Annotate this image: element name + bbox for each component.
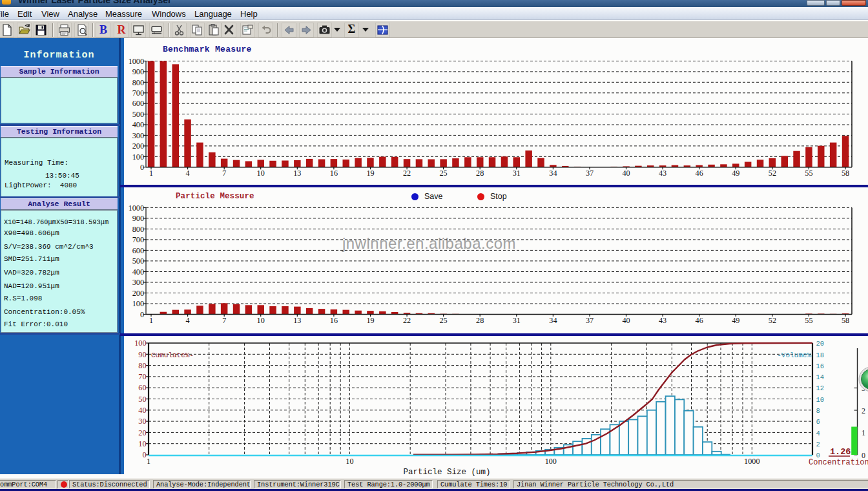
svg-text:1000: 1000 [129,57,144,66]
svg-text:10: 10 [346,457,353,466]
svg-text:55: 55 [805,169,812,178]
svg-text:Cumulate%-: Cumulate%- [151,351,194,359]
svg-text:900: 900 [132,67,144,76]
svg-text:400: 400 [132,120,144,129]
svg-text:0: 0 [142,450,146,459]
svg-text:2: 2 [816,441,820,448]
svg-text:30: 30 [138,417,146,426]
svg-text:20: 20 [138,428,146,437]
svg-text:28: 28 [476,316,484,325]
svg-text:70: 70 [138,372,146,381]
svg-text:8: 8 [816,407,820,415]
svg-text:22: 22 [403,169,411,178]
svg-text:16: 16 [816,362,825,370]
svg-text:52: 52 [769,169,776,178]
svg-text:700: 700 [132,235,144,244]
svg-text:7: 7 [222,169,226,178]
svg-text:31: 31 [513,316,521,325]
svg-text:25: 25 [440,316,448,325]
svg-text:600: 600 [132,99,144,108]
svg-text:500: 500 [132,110,144,119]
svg-text:18: 18 [816,351,825,359]
svg-text:58: 58 [842,316,849,325]
svg-text:10: 10 [816,396,825,404]
svg-text:50: 50 [138,395,146,404]
svg-text:43: 43 [659,169,666,178]
svg-text:0: 0 [140,163,144,172]
svg-text:1: 1 [147,457,150,466]
svg-text:60: 60 [138,383,146,392]
svg-text:6: 6 [816,418,820,426]
svg-text:49: 49 [732,316,739,325]
svg-text:-Volume%: -Volume% [777,351,811,359]
svg-text:1: 1 [149,316,153,325]
svg-text:4: 4 [816,430,820,437]
svg-text:19: 19 [366,169,374,178]
svg-text:1000: 1000 [744,457,760,466]
svg-text:100: 100 [132,152,144,162]
svg-text:90: 90 [138,350,146,359]
svg-text:1.26: 1.26 [830,447,851,457]
svg-text:10: 10 [257,316,265,325]
svg-text:600: 600 [132,246,144,255]
svg-text:25: 25 [440,169,448,178]
svg-text:40: 40 [138,406,146,415]
svg-text:28: 28 [476,169,484,178]
svg-text:34: 34 [549,169,557,178]
svg-text:10: 10 [257,169,265,178]
svg-text:20: 20 [816,340,825,348]
svg-text:800: 800 [132,225,144,234]
svg-text:13: 13 [293,316,301,325]
svg-text:200: 200 [132,289,144,298]
svg-text:2: 2 [862,406,865,415]
svg-text:10: 10 [138,439,146,448]
svg-text:400: 400 [132,267,144,277]
svg-text:14: 14 [816,373,825,381]
svg-text:1: 1 [862,428,865,437]
svg-text:Particle Size (um): Particle Size (um) [403,468,490,477]
svg-text:0: 0 [140,310,144,319]
svg-text:200: 200 [132,141,144,151]
svg-text:46: 46 [696,169,703,178]
svg-text:300: 300 [132,278,144,287]
svg-text:12: 12 [816,384,825,392]
svg-text:4: 4 [186,169,190,178]
svg-text:22: 22 [403,316,411,325]
svg-text:16: 16 [330,316,338,325]
svg-text:40: 40 [622,169,630,178]
svg-text:31: 31 [513,169,521,178]
svg-text:49: 49 [732,169,739,178]
svg-text:Concentration: Concentration [809,458,868,467]
svg-text:80: 80 [138,361,146,370]
svg-text:43: 43 [659,316,666,325]
svg-text:300: 300 [132,131,144,140]
svg-text:100: 100 [545,457,557,466]
svg-text:19: 19 [366,316,374,325]
svg-text:900: 900 [132,214,144,223]
svg-text:1000: 1000 [129,204,144,213]
svg-text:16: 16 [330,169,338,178]
svg-text:100: 100 [132,299,144,308]
svg-text:700: 700 [132,89,144,98]
svg-text:37: 37 [586,169,594,178]
svg-text:800: 800 [132,78,144,87]
svg-text:4: 4 [186,316,190,325]
svg-text:52: 52 [769,316,776,325]
svg-text:100: 100 [134,339,146,348]
svg-text:40: 40 [622,316,630,325]
svg-text:58: 58 [842,169,849,178]
svg-text:500: 500 [132,256,144,266]
svg-text:34: 34 [549,316,557,325]
svg-text:55: 55 [805,316,812,325]
svg-text:46: 46 [696,316,703,325]
svg-text:37: 37 [586,316,594,325]
svg-text:13: 13 [293,169,301,178]
svg-text:1: 1 [149,169,153,178]
svg-text:7: 7 [222,316,226,325]
